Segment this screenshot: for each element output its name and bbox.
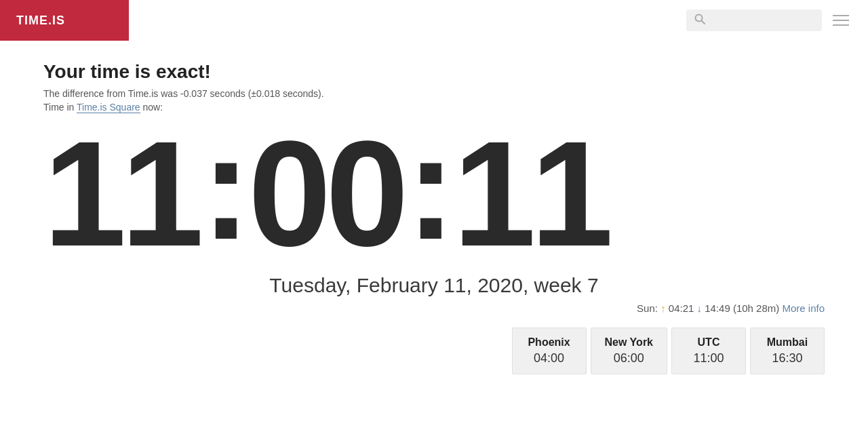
city-box[interactable]: UTC11:00 (671, 328, 746, 374)
city-name: New York (605, 336, 653, 349)
header-right (686, 9, 868, 31)
header: TIME.IS (0, 0, 868, 41)
city-box[interactable]: Phoenix04:00 (512, 328, 587, 374)
svg-line-1 (702, 21, 705, 24)
city-name: UTC (686, 336, 732, 349)
search-input[interactable] (711, 15, 814, 26)
clock-colon-1: : (201, 113, 245, 262)
search-bar[interactable] (686, 9, 822, 31)
search-icon (694, 14, 705, 27)
city-name: Mumbai (764, 336, 810, 349)
sunrise-time: 04:21 (669, 302, 694, 314)
clock-seconds: 11 (453, 119, 608, 269)
logo[interactable]: TIME.IS (0, 0, 129, 41)
hamburger-line-2 (833, 20, 849, 21)
exact-title: Your time is exact! (43, 61, 825, 83)
clock-hours: 11 (43, 119, 199, 269)
diff-text: The difference from Time.is was -0.037 s… (43, 88, 825, 99)
city-name: Phoenix (526, 336, 572, 349)
main-content: Your time is exact! The difference from … (0, 41, 868, 374)
city-time: 11:00 (686, 351, 732, 366)
clock-minutes: 00 (248, 119, 403, 269)
city-box[interactable]: New York06:00 (591, 328, 667, 374)
clock-colon-2: : (406, 113, 450, 262)
hamburger-menu-icon[interactable] (830, 12, 852, 28)
sunset-arrow: ↓ (697, 302, 705, 314)
sun-duration-text: (10h 28m) (733, 302, 779, 314)
sun-line: Sun: ↑ 04:21 ↓ 14:49 (10h 28m) More info (43, 302, 825, 314)
hamburger-line-3 (833, 24, 849, 26)
city-time: 04:00 (526, 351, 572, 366)
city-time: 06:00 (605, 351, 653, 366)
city-box[interactable]: Mumbai16:30 (750, 328, 825, 374)
logo-text: TIME.IS (16, 14, 65, 28)
clock-display: 11 : 00 : 11 (43, 119, 825, 269)
city-boxes: Phoenix04:00New York06:00UTC11:00Mumbai1… (43, 328, 825, 374)
sunset-time: 14:49 (705, 302, 730, 314)
hamburger-line-1 (833, 15, 849, 16)
more-info-link[interactable]: More info (782, 302, 825, 314)
date-line: Tuesday, February 11, 2020, week 7 (43, 274, 825, 297)
sunrise-arrow: ↑ (660, 302, 669, 314)
city-time: 16:30 (764, 351, 810, 366)
sun-prefix: Sun: (637, 302, 660, 314)
